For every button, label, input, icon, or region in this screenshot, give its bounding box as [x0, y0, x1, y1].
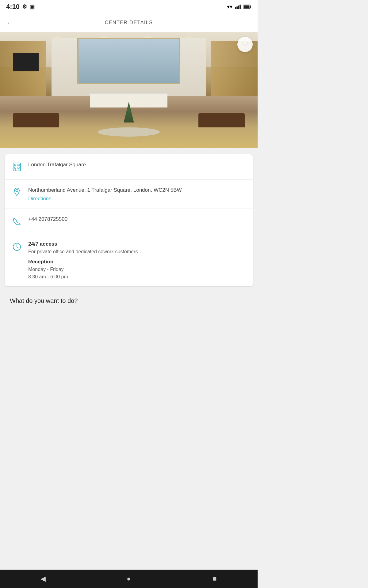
address-content: Northumberland Avenue, 1 Trafalgar Squar…: [28, 187, 247, 202]
bottom-section: What do you want to do?: [5, 292, 253, 311]
back-button[interactable]: ←: [6, 19, 13, 27]
svg-rect-3: [240, 5, 241, 9]
svg-rect-10: [14, 167, 16, 168]
center-table: [98, 127, 160, 137]
address-text: Northumberland Avenue, 1 Trafalgar Squar…: [28, 187, 247, 194]
nav-home-button[interactable]: ●: [120, 570, 138, 588]
phone-content: +44 2078725500: [28, 216, 247, 223]
top-nav: ← CENTER DETAILS: [0, 13, 258, 32]
svg-point-13: [16, 190, 18, 192]
wifi-icon: ▾▾: [227, 3, 232, 10]
access-row: 24/7 access For private office and dedic…: [5, 234, 253, 286]
sd-card-icon: ▣: [29, 3, 35, 10]
svg-rect-6: [244, 6, 250, 8]
reception-hours: 8:30 am - 6:00 pm: [28, 274, 247, 280]
heart-icon: ♡: [242, 40, 248, 48]
signal-icon: [235, 4, 241, 9]
building-row: London Trafalgar Square: [5, 154, 253, 180]
svg-rect-0: [235, 7, 236, 9]
status-bar: 4:10 ⚙ ▣ ▾▾: [0, 0, 258, 13]
svg-rect-11: [18, 167, 19, 168]
battery-icon: [243, 4, 251, 9]
settings-icon: ⚙: [22, 3, 27, 10]
lobby-photo: [0, 32, 258, 148]
building-name: London Trafalgar Square: [28, 161, 247, 168]
location-icon: [11, 187, 23, 198]
clock-icon: [11, 241, 23, 253]
access-title: 24/7 access: [28, 241, 247, 247]
phone-icon: [11, 216, 23, 227]
reception-label: Reception: [28, 259, 247, 265]
favorite-button[interactable]: ♡: [237, 37, 253, 52]
building-icon: [11, 161, 23, 173]
access-desc: For private office and dedicated cowork …: [28, 249, 247, 254]
phone-row: +44 2078725500: [5, 209, 253, 234]
access-content: 24/7 access For private office and dedic…: [28, 241, 247, 280]
status-right: ▾▾: [227, 3, 251, 10]
reception-days: Monday - Friday: [28, 267, 247, 272]
address-row: Northumberland Avenue, 1 Trafalgar Squar…: [5, 180, 253, 209]
status-left: 4:10 ⚙ ▣: [6, 3, 35, 11]
content-area: London Trafalgar Square Northumberland A…: [0, 148, 258, 317]
phone-number: +44 2078725500: [28, 216, 247, 223]
svg-rect-9: [18, 164, 19, 166]
sofa-left: [13, 113, 59, 127]
time-display: 4:10: [6, 3, 20, 11]
svg-rect-2: [238, 6, 239, 9]
lobby-background: [0, 32, 258, 148]
svg-rect-1: [236, 6, 238, 9]
hero-image: ♡: [0, 32, 258, 148]
lobby-tv: [13, 53, 39, 71]
nav-back-button[interactable]: ◀: [34, 570, 52, 588]
lobby-window: [77, 38, 180, 84]
android-nav: ◀ ● ■: [0, 570, 258, 588]
svg-rect-5: [250, 6, 251, 8]
info-card: London Trafalgar Square Northumberland A…: [5, 154, 253, 286]
bottom-title: What do you want to do?: [10, 297, 78, 304]
sofa-right: [198, 113, 245, 127]
directions-link[interactable]: Directions: [28, 196, 247, 202]
nav-recent-button[interactable]: ■: [205, 570, 224, 588]
svg-rect-8: [14, 164, 16, 166]
building-name-content: London Trafalgar Square: [28, 161, 247, 168]
page-title: CENTER DETAILS: [105, 20, 153, 25]
